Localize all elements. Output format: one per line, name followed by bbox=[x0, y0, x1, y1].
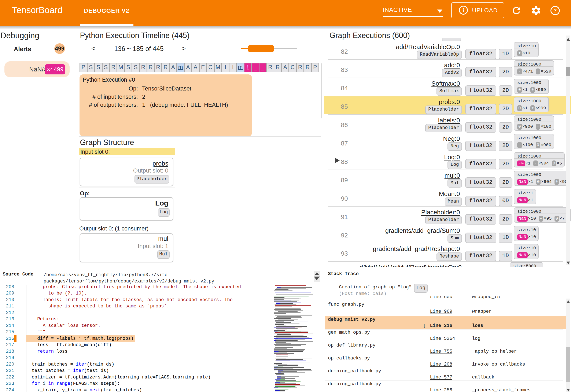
svg-text:?: ? bbox=[554, 7, 557, 14]
